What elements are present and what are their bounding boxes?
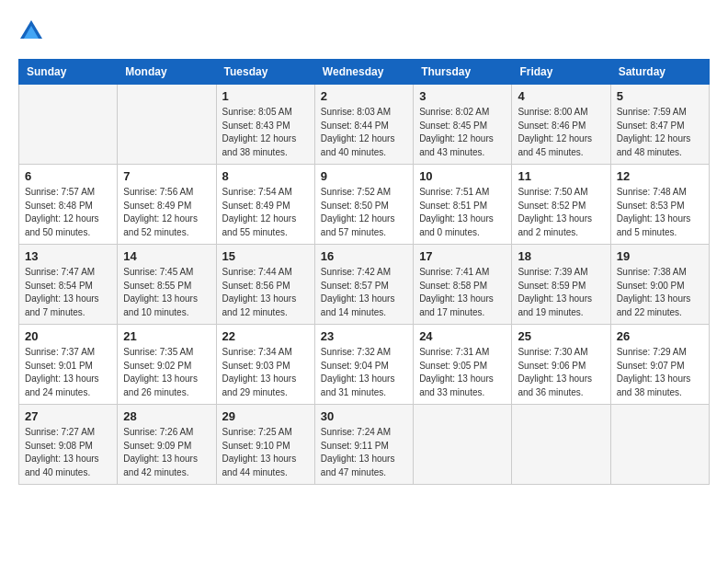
day-info: Sunrise: 7:37 AMSunset: 9:01 PMDaylight:… (25, 346, 111, 399)
weekday-header-thursday: Thursday (414, 60, 512, 85)
day-number: 28 (123, 409, 210, 423)
day-number: 1 (222, 89, 309, 103)
week-row-3: 13Sunrise: 7:47 AMSunset: 8:54 PMDayligh… (19, 245, 710, 325)
day-info: Sunrise: 7:27 AMSunset: 9:08 PMDaylight:… (25, 426, 111, 479)
calendar-cell: 2Sunrise: 8:03 AMSunset: 8:44 PMDaylight… (314, 85, 413, 165)
weekday-header-saturday: Saturday (610, 60, 709, 85)
calendar-cell: 13Sunrise: 7:47 AMSunset: 8:54 PMDayligh… (19, 245, 118, 325)
calendar-cell: 25Sunrise: 7:30 AMSunset: 9:06 PMDayligh… (512, 325, 610, 405)
day-number: 3 (419, 89, 506, 103)
day-info: Sunrise: 7:44 AMSunset: 8:56 PMDaylight:… (222, 266, 309, 319)
day-number: 2 (321, 89, 407, 103)
day-info: Sunrise: 7:47 AMSunset: 8:54 PMDaylight:… (25, 266, 111, 319)
day-info: Sunrise: 7:39 AMSunset: 8:59 PMDaylight:… (518, 266, 604, 319)
calendar-cell: 10Sunrise: 7:51 AMSunset: 8:51 PMDayligh… (414, 165, 512, 245)
calendar-cell: 4Sunrise: 8:00 AMSunset: 8:46 PMDaylight… (512, 85, 610, 165)
day-info: Sunrise: 8:00 AMSunset: 8:46 PMDaylight:… (518, 106, 604, 159)
day-number: 23 (321, 329, 407, 343)
weekday-header-monday: Monday (118, 60, 216, 85)
day-info: Sunrise: 8:02 AMSunset: 8:45 PMDaylight:… (419, 106, 506, 159)
weekday-header-wednesday: Wednesday (314, 60, 413, 85)
calendar-cell: 26Sunrise: 7:29 AMSunset: 9:07 PMDayligh… (610, 325, 709, 405)
day-number: 9 (321, 169, 407, 183)
day-number: 26 (617, 329, 703, 343)
day-number: 11 (518, 169, 604, 183)
logo-icon (18, 18, 44, 44)
day-number: 15 (222, 249, 309, 263)
day-info: Sunrise: 7:29 AMSunset: 9:07 PMDaylight:… (617, 346, 703, 399)
week-row-4: 20Sunrise: 7:37 AMSunset: 9:01 PMDayligh… (19, 325, 710, 405)
day-number: 16 (321, 249, 407, 263)
calendar-cell: 23Sunrise: 7:32 AMSunset: 9:04 PMDayligh… (314, 325, 413, 405)
calendar-cell: 8Sunrise: 7:54 AMSunset: 8:49 PMDaylight… (216, 165, 314, 245)
day-info: Sunrise: 7:35 AMSunset: 9:02 PMDaylight:… (123, 346, 210, 399)
calendar-cell: 9Sunrise: 7:52 AMSunset: 8:50 PMDaylight… (314, 165, 413, 245)
calendar-cell: 12Sunrise: 7:48 AMSunset: 8:53 PMDayligh… (610, 165, 709, 245)
day-number: 5 (617, 89, 703, 103)
day-number: 10 (419, 169, 506, 183)
calendar-cell: 7Sunrise: 7:56 AMSunset: 8:49 PMDaylight… (118, 165, 216, 245)
week-row-5: 27Sunrise: 7:27 AMSunset: 9:08 PMDayligh… (19, 405, 710, 485)
day-number: 21 (123, 329, 210, 343)
day-number: 17 (419, 249, 506, 263)
day-number: 25 (518, 329, 604, 343)
day-info: Sunrise: 7:24 AMSunset: 9:11 PMDaylight:… (321, 426, 407, 479)
page-header (18, 18, 710, 44)
day-info: Sunrise: 8:03 AMSunset: 8:44 PMDaylight:… (321, 106, 407, 159)
day-info: Sunrise: 7:38 AMSunset: 9:00 PMDaylight:… (617, 266, 703, 319)
calendar-cell (512, 405, 610, 485)
day-info: Sunrise: 7:59 AMSunset: 8:47 PMDaylight:… (617, 106, 703, 159)
day-info: Sunrise: 7:54 AMSunset: 8:49 PMDaylight:… (222, 186, 309, 239)
weekday-header-row: SundayMondayTuesdayWednesdayThursdayFrid… (19, 60, 710, 85)
calendar-cell: 1Sunrise: 8:05 AMSunset: 8:43 PMDaylight… (216, 85, 314, 165)
calendar-cell: 11Sunrise: 7:50 AMSunset: 8:52 PMDayligh… (512, 165, 610, 245)
day-number: 18 (518, 249, 604, 263)
weekday-header-friday: Friday (512, 60, 610, 85)
calendar-cell (118, 85, 216, 165)
day-info: Sunrise: 8:05 AMSunset: 8:43 PMDaylight:… (222, 106, 309, 159)
calendar-cell: 5Sunrise: 7:59 AMSunset: 8:47 PMDaylight… (610, 85, 709, 165)
calendar-cell: 19Sunrise: 7:38 AMSunset: 9:00 PMDayligh… (610, 245, 709, 325)
day-info: Sunrise: 7:57 AMSunset: 8:48 PMDaylight:… (25, 186, 111, 239)
day-number: 19 (617, 249, 703, 263)
day-info: Sunrise: 7:31 AMSunset: 9:05 PMDaylight:… (419, 346, 506, 399)
calendar-cell: 6Sunrise: 7:57 AMSunset: 8:48 PMDaylight… (19, 165, 118, 245)
calendar-cell: 21Sunrise: 7:35 AMSunset: 9:02 PMDayligh… (118, 325, 216, 405)
calendar-cell (19, 85, 118, 165)
calendar-table: SundayMondayTuesdayWednesdayThursdayFrid… (18, 59, 710, 485)
calendar-cell: 15Sunrise: 7:44 AMSunset: 8:56 PMDayligh… (216, 245, 314, 325)
day-info: Sunrise: 7:26 AMSunset: 9:09 PMDaylight:… (123, 426, 210, 479)
calendar-cell: 18Sunrise: 7:39 AMSunset: 8:59 PMDayligh… (512, 245, 610, 325)
day-info: Sunrise: 7:50 AMSunset: 8:52 PMDaylight:… (518, 186, 604, 239)
day-number: 7 (123, 169, 210, 183)
calendar-cell: 22Sunrise: 7:34 AMSunset: 9:03 PMDayligh… (216, 325, 314, 405)
calendar-cell: 17Sunrise: 7:41 AMSunset: 8:58 PMDayligh… (414, 245, 512, 325)
weekday-header-tuesday: Tuesday (216, 60, 314, 85)
day-number: 22 (222, 329, 309, 343)
day-info: Sunrise: 7:56 AMSunset: 8:49 PMDaylight:… (123, 186, 210, 239)
day-info: Sunrise: 7:30 AMSunset: 9:06 PMDaylight:… (518, 346, 604, 399)
calendar-cell: 29Sunrise: 7:25 AMSunset: 9:10 PMDayligh… (216, 405, 314, 485)
day-number: 12 (617, 169, 703, 183)
calendar-cell (414, 405, 512, 485)
calendar-cell: 3Sunrise: 8:02 AMSunset: 8:45 PMDaylight… (414, 85, 512, 165)
day-info: Sunrise: 7:34 AMSunset: 9:03 PMDaylight:… (222, 346, 309, 399)
logo (18, 18, 48, 44)
day-info: Sunrise: 7:32 AMSunset: 9:04 PMDaylight:… (321, 346, 407, 399)
day-info: Sunrise: 7:51 AMSunset: 8:51 PMDaylight:… (419, 186, 506, 239)
day-number: 24 (419, 329, 506, 343)
calendar-cell: 27Sunrise: 7:27 AMSunset: 9:08 PMDayligh… (19, 405, 118, 485)
calendar-cell: 14Sunrise: 7:45 AMSunset: 8:55 PMDayligh… (118, 245, 216, 325)
day-number: 14 (123, 249, 210, 263)
weekday-header-sunday: Sunday (19, 60, 118, 85)
day-number: 29 (222, 409, 309, 423)
day-info: Sunrise: 7:45 AMSunset: 8:55 PMDaylight:… (123, 266, 210, 319)
day-info: Sunrise: 7:48 AMSunset: 8:53 PMDaylight:… (617, 186, 703, 239)
day-number: 30 (321, 409, 407, 423)
week-row-1: 1Sunrise: 8:05 AMSunset: 8:43 PMDaylight… (19, 85, 710, 165)
calendar-cell: 16Sunrise: 7:42 AMSunset: 8:57 PMDayligh… (314, 245, 413, 325)
day-number: 27 (25, 409, 111, 423)
calendar-cell: 28Sunrise: 7:26 AMSunset: 9:09 PMDayligh… (118, 405, 216, 485)
calendar-cell: 30Sunrise: 7:24 AMSunset: 9:11 PMDayligh… (314, 405, 413, 485)
day-number: 20 (25, 329, 111, 343)
